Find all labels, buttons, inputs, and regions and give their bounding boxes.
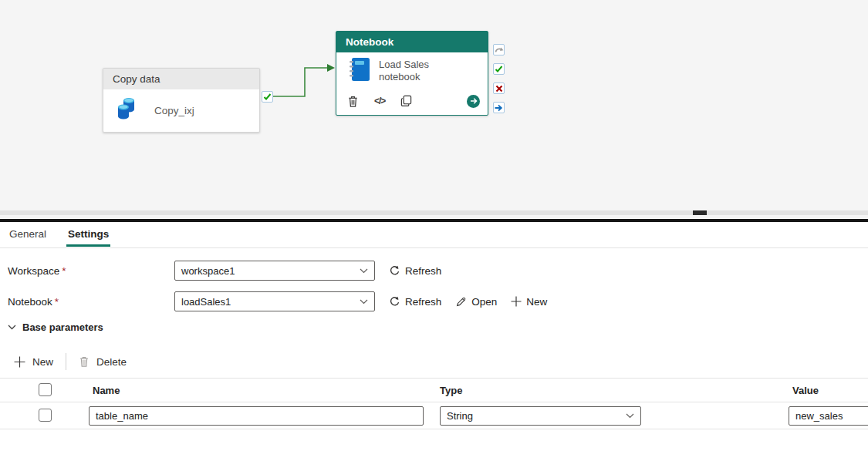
notebook-field-row: Notebook* loadSales1 Refresh Open [8, 291, 547, 311]
panel-resize-strip [0, 210, 868, 215]
notebook-activity-header: Notebook [336, 32, 488, 52]
pipeline-canvas[interactable]: Copy data [0, 0, 868, 218]
base-parameters-section-toggle[interactable]: Base parameters [8, 321, 103, 333]
parameter-value-input[interactable] [789, 406, 868, 426]
code-icon: </> [374, 96, 385, 106]
copy-data-icon [117, 97, 140, 125]
activity-notebook[interactable]: Notebook Load Sales notebo [336, 31, 488, 116]
refresh-icon [389, 265, 400, 277]
notebook-label: Notebook* [8, 296, 174, 308]
toolbar-divider [66, 353, 66, 370]
connector-arrowhead [327, 64, 335, 72]
copy-on-success-port[interactable] [262, 91, 273, 103]
tab-settings[interactable]: Settings [66, 225, 110, 247]
chevron-down-icon [8, 325, 16, 330]
table-border-top [0, 378, 868, 379]
panel-tabs: General Settings [8, 225, 110, 247]
copy-activity-header: Copy data [103, 69, 259, 89]
parameter-new-button[interactable]: New [14, 356, 53, 368]
notebook-dropdown-value: loadSales1 [181, 296, 231, 308]
required-asterisk: * [62, 265, 66, 277]
view-code-button[interactable]: </> [374, 96, 385, 106]
arrow-right-icon [470, 97, 478, 105]
row-checkbox[interactable] [39, 409, 52, 422]
activity-settings-panel: General Settings Workspace* workspace1 R… [0, 222, 868, 451]
notebook-on-fail-port[interactable] [493, 82, 505, 94]
notebook-activity-toolbar: </> [336, 89, 488, 113]
parameter-delete-label: Delete [96, 356, 127, 368]
success-connector-line [272, 62, 343, 102]
parameter-name-input[interactable] [89, 406, 424, 426]
notebook-on-completion-port[interactable] [493, 102, 505, 113]
table-border-bottom [0, 429, 868, 429]
notebook-open-button[interactable]: Open [455, 291, 497, 311]
required-asterisk: * [55, 296, 59, 308]
x-icon [495, 85, 503, 93]
workspace-dropdown[interactable]: workspace1 [174, 261, 375, 281]
open-label: Open [471, 296, 497, 308]
pencil-icon [455, 296, 467, 308]
parameter-delete-button[interactable]: Delete [79, 355, 127, 368]
new-label: New [526, 296, 547, 308]
base-parameters-title: Base parameters [22, 321, 103, 333]
clone-activity-button[interactable] [400, 95, 412, 107]
column-header-type: Type [440, 385, 462, 396]
tabbar-divider [0, 247, 868, 248]
notebook-activity-name: Load Sales notebook [379, 59, 442, 83]
workspace-label-text: Workspace [8, 265, 59, 277]
parameter-type-value: String [447, 410, 473, 422]
skip-arrow-icon [495, 45, 504, 54]
copy-activity-body: Copy_ixj [103, 89, 259, 132]
chevron-down-icon [360, 268, 368, 274]
copy-activity-name: Copy_ixj [154, 105, 194, 116]
notebook-dropdown[interactable]: loadSales1 [174, 291, 375, 311]
workspace-field-row: Workspace* workspace1 Refresh [8, 261, 441, 281]
refresh-label: Refresh [405, 265, 441, 277]
copy-icon [400, 95, 412, 107]
delete-activity-button[interactable] [347, 95, 359, 108]
workspace-refresh-button[interactable]: Refresh [389, 261, 441, 281]
trash-icon [347, 95, 359, 108]
tab-general[interactable]: General [8, 225, 48, 247]
notebook-activity-type-label: Notebook [346, 36, 393, 48]
navigate-activity-button[interactable] [467, 95, 480, 108]
column-header-name: Name [93, 385, 120, 396]
arrow-right-icon [495, 104, 503, 112]
refresh-icon [389, 296, 400, 308]
parameter-new-label: New [32, 356, 53, 368]
notebook-on-success-port[interactable] [493, 63, 505, 75]
activity-copy-data[interactable]: Copy data [103, 68, 260, 133]
select-all-checkbox[interactable] [39, 383, 52, 396]
panel-resize-grip[interactable] [693, 210, 707, 215]
chevron-down-icon [360, 299, 368, 305]
refresh-label: Refresh [405, 296, 441, 308]
plus-icon [511, 296, 522, 307]
chevron-down-icon [626, 413, 634, 419]
copy-activity-type-label: Copy data [113, 73, 160, 85]
workspace-dropdown-value: workspace1 [181, 265, 235, 277]
parameter-type-dropdown[interactable]: String [440, 406, 641, 426]
pipeline-editor: Copy data [0, 0, 868, 451]
checkmark-icon [263, 93, 272, 101]
checkmark-icon [495, 65, 503, 73]
notebook-activity-body: Load Sales notebook [336, 52, 488, 89]
plus-icon [14, 356, 25, 368]
notebook-refresh-button[interactable]: Refresh [389, 291, 441, 311]
notebook-on-skip-port[interactable] [493, 44, 505, 56]
parameters-toolbar: New Delete [14, 352, 127, 372]
notebook-icon [347, 56, 370, 86]
column-header-value: Value [792, 385, 819, 396]
table-header-divider [0, 402, 868, 402]
trash-icon [79, 355, 90, 368]
parameter-type-cell: String [440, 406, 641, 426]
notebook-label-text: Notebook [8, 296, 52, 308]
notebook-new-button[interactable]: New [511, 291, 547, 311]
workspace-label: Workspace* [8, 265, 174, 277]
